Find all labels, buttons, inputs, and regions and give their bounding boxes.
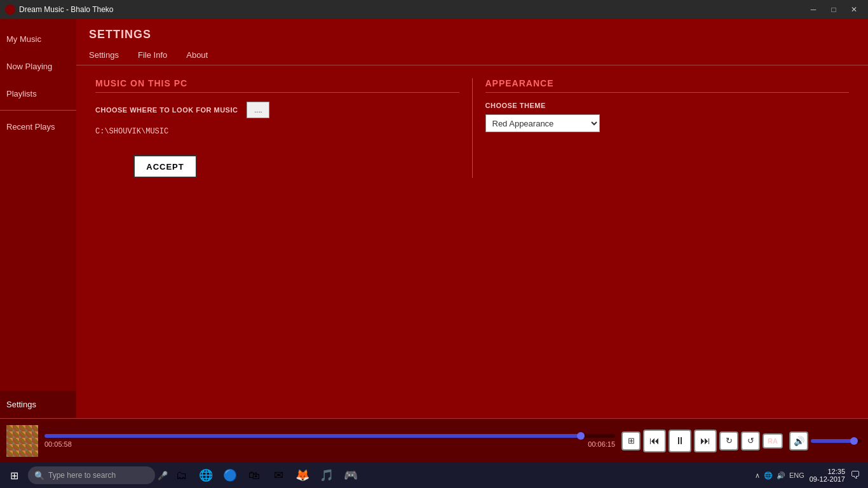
music-section: MUSIC ON THIS PC CHOOSE WHERE TO LOOK FO… <box>95 78 459 178</box>
window-title: Dream Music - Bhalo Theko <box>19 5 114 14</box>
prev-button[interactable]: ⏮ <box>643 430 666 452</box>
album-art <box>6 425 38 457</box>
volume-track[interactable] <box>811 439 862 443</box>
music-path: C:\SHOUVIK\MUSIC <box>95 127 459 136</box>
play-pause-button[interactable]: ⏸ <box>668 430 691 452</box>
search-placeholder: Type here to search <box>48 471 116 480</box>
repeat2-button[interactable]: ↺ <box>741 431 760 451</box>
taskbar-app-game[interactable]: 🎮 <box>339 464 362 487</box>
progress-section: 00:05:58 00:06:15 <box>44 434 615 448</box>
taskbar-app-files[interactable]: 🗂 <box>170 464 193 487</box>
volume-section: 🔊 <box>789 431 862 451</box>
content-area: SETTINGS Settings File Info About MUSIC … <box>76 19 868 418</box>
progress-track[interactable] <box>44 434 615 438</box>
taskbar-clock: 12:35 09-12-2017 <box>810 468 845 483</box>
time-row: 00:05:58 00:06:15 <box>44 440 615 448</box>
close-button[interactable]: ✕ <box>845 3 863 17</box>
shuffle-button[interactable]: ⊞ <box>621 431 641 451</box>
minimize-button[interactable]: ─ <box>804 3 822 17</box>
tray-lang: ENG <box>789 471 804 479</box>
player-controls: ⊞ ⏮ ⏸ ⏭ ↻ ↺ RA <box>621 430 783 452</box>
appearance-section-header: APPEARANCE <box>485 78 850 93</box>
repeat-button[interactable]: ↻ <box>719 431 738 451</box>
tab-about[interactable]: About <box>186 49 208 61</box>
sidebar-item-my-music[interactable]: My Music <box>0 25 76 53</box>
start-button[interactable]: ⊞ <box>3 464 25 487</box>
col-divider <box>472 78 473 178</box>
next-button[interactable]: ⏭ <box>694 430 717 452</box>
taskbar-right: ∧ 🌐 🔊 ENG 12:35 09-12-2017 🗨 <box>755 468 865 483</box>
choose-music-row: CHOOSE WHERE TO LOOK FOR MUSIC .... <box>95 102 459 118</box>
ra-label[interactable]: RA <box>763 433 783 449</box>
clock-date: 09-12-2017 <box>810 475 845 483</box>
taskbar-apps: 🗂 🌐 🔵 🛍 ✉ 🦊 🎵 🎮 <box>168 464 755 487</box>
maximize-button[interactable]: □ <box>825 3 843 17</box>
taskbar-app-edge[interactable]: 🔵 <box>219 464 241 487</box>
total-time: 00:06:15 <box>588 440 615 448</box>
tray-chevron[interactable]: ∧ <box>755 471 760 480</box>
app-icon <box>5 4 15 15</box>
theme-select[interactable]: Red Appearance Dark Appearance Light App… <box>485 114 600 132</box>
progress-fill <box>44 434 581 438</box>
taskbar-app-music[interactable]: 🎵 <box>315 464 338 487</box>
tab-settings[interactable]: Settings <box>89 49 119 61</box>
sidebar-item-recent-plays[interactable]: Recent Plays <box>0 113 76 140</box>
current-time: 00:05:58 <box>44 440 72 448</box>
window-controls: ─ □ ✕ <box>804 3 863 17</box>
mic-icon[interactable]: 🎤 <box>158 471 168 480</box>
player-bar: 00:05:58 00:06:15 ⊞ ⏮ ⏸ ⏭ ↻ ↺ RA 🔊 <box>0 418 868 463</box>
settings-header: SETTINGS <box>76 19 868 45</box>
choose-theme-label: CHOOSE THEME <box>485 102 850 109</box>
title-left: Dream Music - Bhalo Theko <box>5 4 114 15</box>
search-box[interactable]: 🔍 Type here to search <box>28 466 155 484</box>
sidebar-item-now-playing[interactable]: Now Playing <box>0 53 76 80</box>
clock-time: 12:35 <box>810 468 845 475</box>
choose-music-label: CHOOSE WHERE TO LOOK FOR MUSIC <box>95 106 238 114</box>
main-container: My Music Now Playing Playlists Recent Pl… <box>0 19 868 418</box>
volume-fill <box>811 439 854 443</box>
appearance-section: APPEARANCE CHOOSE THEME Red Appearance D… <box>485 78 850 178</box>
music-section-header: MUSIC ON THIS PC <box>95 78 459 93</box>
taskbar-app-browser[interactable]: 🌐 <box>194 464 217 487</box>
notification-icon[interactable]: 🗨 <box>850 470 860 481</box>
volume-button[interactable]: 🔊 <box>789 431 808 451</box>
accept-button[interactable]: ACCEPT <box>133 155 197 178</box>
browse-button[interactable]: .... <box>247 102 269 118</box>
taskbar-app-mail[interactable]: ✉ <box>267 464 290 487</box>
sidebar-divider <box>0 110 76 111</box>
settings-body: MUSIC ON THIS PC CHOOSE WHERE TO LOOK FO… <box>76 65 868 418</box>
tab-file-info[interactable]: File Info <box>138 49 167 61</box>
tray-volume[interactable]: 🔊 <box>776 471 785 480</box>
sidebar: My Music Now Playing Playlists Recent Pl… <box>0 19 76 418</box>
album-art-image <box>6 425 38 457</box>
taskbar-app-firefox[interactable]: 🦊 <box>291 464 314 487</box>
taskbar-app-store[interactable]: 🛍 <box>243 464 266 487</box>
taskbar: ⊞ 🔍 Type here to search 🎤 🗂 🌐 🔵 🛍 ✉ 🦊 🎵 … <box>0 463 868 488</box>
progress-thumb <box>577 432 585 440</box>
system-tray: ∧ 🌐 🔊 ENG <box>755 471 804 480</box>
title-bar: Dream Music - Bhalo Theko ─ □ ✕ <box>0 0 868 19</box>
tab-bar: Settings File Info About <box>76 45 868 65</box>
volume-thumb <box>850 437 858 445</box>
sidebar-item-playlists[interactable]: Playlists <box>0 80 76 107</box>
sidebar-item-settings[interactable]: Settings <box>0 391 76 418</box>
settings-columns: MUSIC ON THIS PC CHOOSE WHERE TO LOOK FO… <box>95 78 849 178</box>
tray-network: 🌐 <box>764 471 773 480</box>
